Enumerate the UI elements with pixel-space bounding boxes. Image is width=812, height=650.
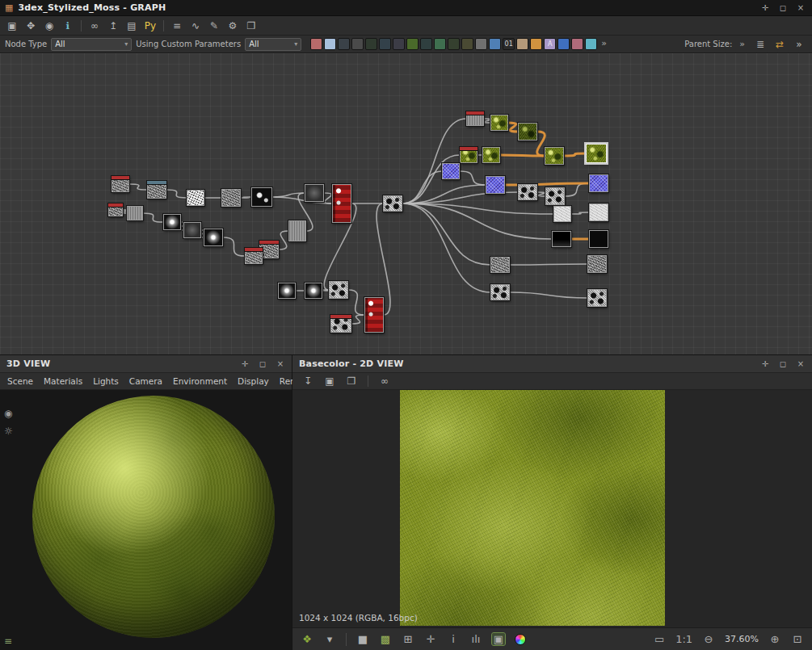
more-chevron-icon[interactable]: » — [791, 37, 807, 52]
node-1[interactable] — [111, 176, 129, 192]
node-2[interactable] — [147, 181, 166, 199]
close-icon[interactable]: × — [796, 359, 806, 368]
gradient-view-icon[interactable]: ▩ — [379, 633, 392, 645]
screenshot-tool-icon[interactable]: ◉ — [41, 19, 57, 33]
color-wheel-icon[interactable] — [515, 634, 526, 645]
lib-corner-moss[interactable] — [448, 38, 460, 50]
node-39[interactable] — [329, 281, 348, 299]
display-mode-icon[interactable]: ▭ — [653, 633, 666, 645]
node-4[interactable] — [127, 206, 143, 220]
pencil-tool-icon[interactable]: ✎ — [206, 19, 222, 33]
library-overflow-icon[interactable]: » — [599, 38, 609, 50]
node-41[interactable] — [330, 315, 351, 333]
lib-curve-green[interactable] — [365, 38, 377, 50]
material-caret-icon[interactable]: ▾ — [323, 633, 336, 645]
node-15[interactable] — [332, 184, 351, 223]
node-24[interactable] — [442, 163, 460, 179]
background-black-icon[interactable]: ■ — [356, 633, 369, 645]
node-11[interactable] — [305, 184, 324, 202]
grid-view-icon[interactable]: ⊞ — [402, 633, 414, 645]
node-8[interactable] — [187, 190, 204, 206]
lib-sphere-gray[interactable] — [475, 38, 487, 50]
material-preview-icon[interactable]: ❖ — [301, 633, 313, 645]
lib-grid-green[interactable] — [434, 38, 446, 50]
lib-blur[interactable] — [338, 38, 350, 50]
link-tool-icon[interactable]: ∞ — [86, 19, 103, 33]
maximize-icon[interactable]: ◻ — [776, 3, 789, 12]
node-3[interactable] — [108, 203, 123, 216]
node-31[interactable] — [552, 231, 571, 247]
node-16[interactable] — [383, 195, 402, 212]
save-image-icon[interactable]: ▣ — [322, 374, 338, 388]
tab-scene[interactable]: Scene — [7, 376, 33, 386]
node-type-dropdown[interactable]: All ▾ — [51, 38, 132, 51]
tab-materials[interactable]: Materials — [44, 376, 82, 386]
image-view-icon[interactable]: ▣ — [492, 633, 505, 645]
resources-sheet-icon[interactable]: ▤ — [124, 19, 140, 33]
info-tool-icon[interactable]: ℹ — [60, 19, 76, 33]
node-28[interactable] — [545, 187, 565, 205]
node-5[interactable] — [163, 214, 181, 230]
node-29[interactable] — [553, 206, 571, 222]
link-view-icon[interactable]: ∞ — [377, 374, 393, 388]
node-21[interactable] — [482, 147, 500, 163]
tab-lights[interactable]: Lights — [93, 376, 119, 386]
lib-pattern-teal[interactable] — [585, 38, 597, 50]
lib-gradient-green[interactable] — [406, 38, 419, 50]
parent-size-chevron-icon[interactable]: » — [737, 39, 747, 49]
transform-view-icon[interactable]: ✛ — [424, 633, 437, 645]
node-35[interactable] — [490, 284, 510, 300]
node-12[interactable] — [288, 220, 306, 241]
dock-options-icon[interactable]: ≣ — [752, 37, 768, 52]
transform-tool-icon[interactable]: ✥ — [23, 19, 39, 33]
zoom-in-icon[interactable]: ⊕ — [768, 633, 781, 645]
node-14[interactable] — [245, 248, 263, 264]
light-icon[interactable]: ☼ — [4, 426, 13, 437]
lib-splash[interactable] — [379, 38, 391, 50]
node-40[interactable] — [364, 297, 384, 333]
node-33[interactable] — [490, 257, 510, 273]
viewport-2d[interactable]: 1024 x 1024 (RGBA, 16bpc) — [292, 390, 812, 627]
node-9[interactable] — [221, 189, 241, 207]
lib-bitmap[interactable] — [310, 38, 322, 50]
node-25[interactable] — [486, 176, 505, 194]
tab-environment[interactable]: Environment — [173, 376, 227, 386]
portal-tool-icon[interactable]: ❐ — [243, 19, 259, 33]
histogram-icon[interactable]: ılı — [469, 633, 482, 645]
node-20[interactable] — [460, 147, 478, 163]
node-7[interactable] — [204, 229, 223, 246]
frame-tool-icon[interactable]: ▣ — [4, 19, 20, 33]
tab-camera[interactable]: Camera — [129, 376, 162, 386]
lib-triangle-orange[interactable] — [530, 38, 542, 50]
export-tool-icon[interactable]: ↥ — [105, 19, 121, 33]
lib-uniform-color[interactable] — [324, 38, 336, 50]
one-to-one-zoom-button[interactable]: 1:1 — [675, 633, 692, 645]
float-icon[interactable]: ◻ — [778, 359, 788, 368]
python-editor-icon[interactable]: Py — [142, 19, 158, 33]
node-30[interactable] — [589, 203, 608, 221]
node-36[interactable] — [587, 289, 607, 307]
pin-icon[interactable]: ✛ — [759, 3, 772, 12]
node-6[interactable] — [183, 222, 201, 238]
node-38[interactable] — [305, 283, 322, 299]
node-26[interactable] — [589, 174, 608, 192]
lib-atlas-01[interactable]: 01 — [503, 38, 515, 50]
camera-icon[interactable]: ◉ — [4, 408, 12, 419]
float-icon[interactable]: ◻ — [258, 359, 267, 368]
export-image-icon[interactable]: ↧ — [300, 374, 316, 388]
lib-letter-a[interactable]: A — [544, 38, 556, 50]
node-18[interactable] — [490, 115, 508, 131]
lib-circle-teal[interactable] — [420, 38, 432, 50]
lib-triangle-blue[interactable] — [489, 38, 501, 50]
node-graph-canvas[interactable] — [0, 53, 812, 355]
zoom-out-icon[interactable]: ⊖ — [702, 633, 715, 645]
node-27[interactable] — [518, 184, 537, 200]
snap-align-icon[interactable]: ≡ — [169, 19, 185, 33]
tab-display[interactable]: Display — [238, 376, 269, 386]
node-37[interactable] — [278, 283, 296, 299]
lib-slate[interactable] — [393, 38, 405, 50]
fit-view-icon[interactable]: ⊡ — [791, 633, 804, 645]
lib-tan-x[interactable] — [516, 38, 528, 50]
connect-nodes-icon[interactable]: ∿ — [187, 19, 204, 33]
lib-olive[interactable] — [461, 38, 473, 50]
